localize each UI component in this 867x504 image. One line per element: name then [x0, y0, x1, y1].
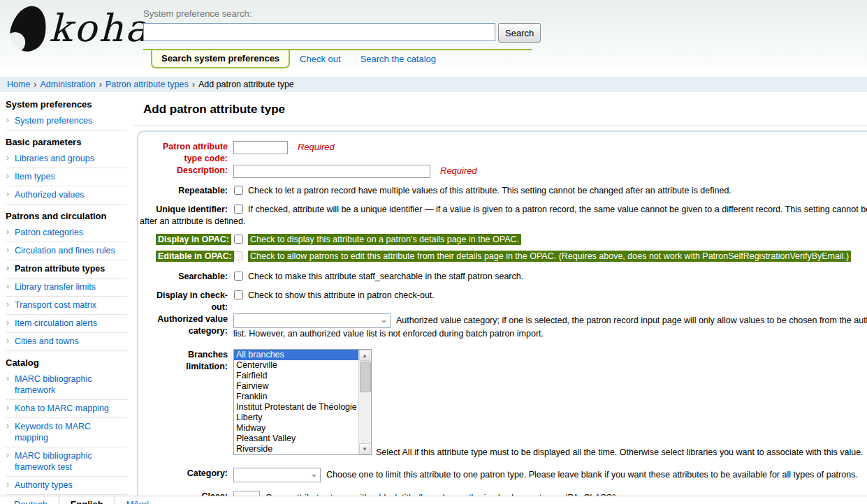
- category-select[interactable]: ⌄: [233, 468, 321, 482]
- row-display-in-opac: Display in OPAC: Check to display this a…: [140, 234, 867, 246]
- row-searchable: Searchable: Check to make this attribute…: [140, 271, 867, 283]
- language-deutsch[interactable]: Deutsch: [0, 496, 59, 504]
- branch-option[interactable]: Institut Protestant de Théologie: [234, 402, 359, 413]
- branches-limitation-hint: Select All if this attribute type must t…: [376, 447, 864, 457]
- display-in-checkout-checkbox[interactable]: [234, 290, 243, 299]
- branch-option[interactable]: Pleasant Valley: [234, 433, 359, 444]
- dropdown-arrow-icon: ⌄: [380, 313, 388, 325]
- sidebar-item-authorized-values[interactable]: Authorized values: [6, 186, 127, 205]
- row-repeatable: Repeatable: Check to let a patron record…: [140, 185, 867, 197]
- code-label: Patron attribute type code:: [163, 142, 228, 163]
- editable-in-opac-help-text: Check to allow patrons to edit this attr…: [248, 251, 851, 262]
- search-button[interactable]: Search: [498, 23, 541, 43]
- tab-check-out[interactable]: Check out: [290, 50, 351, 64]
- main-content: Add patron attribute type Patron attribu…: [133, 93, 867, 504]
- koha-logo: koha: [11, 6, 150, 52]
- scroll-up-icon[interactable]: ▲: [359, 350, 370, 361]
- branches-limitation-listbox[interactable]: All branches Centerville Fairfield Fairv…: [233, 349, 372, 455]
- sidebar-item-item-circulation-alerts[interactable]: Item circulation alerts: [6, 315, 127, 333]
- sidebar-item-transport-cost-matrix[interactable]: Transport cost matrix: [6, 297, 127, 315]
- search-label: System preference search:: [143, 8, 541, 19]
- sidebar-item-system-preferences[interactable]: System preferences: [6, 112, 127, 131]
- language-english-current: English: [59, 496, 115, 504]
- authorized-value-category-label: Authorized value category:: [157, 314, 228, 336]
- scrollbar-thumb[interactable]: [360, 362, 371, 392]
- sidebar-item-library-transfer-limits[interactable]: Library transfer limits: [6, 279, 127, 297]
- description-input[interactable]: [233, 165, 430, 178]
- dropdown-arrow-icon: ⌄: [310, 468, 318, 480]
- display-in-opac-label: Display in OPAC:: [156, 234, 231, 245]
- sidebar-heading-catalog: Catalog: [6, 351, 127, 371]
- sidebar-item-keywords-to-marc-mapping[interactable]: Keywords to MARC mapping: [6, 418, 127, 447]
- breadcrumb-separator: ›: [34, 80, 36, 89]
- row-category: Category: ⌄Choose one to limit this attr…: [140, 468, 867, 482]
- sidebar-item-libraries-and-groups[interactable]: Libraries and groups: [6, 150, 127, 168]
- breadcrumb-current: Add patron attribute type: [198, 80, 294, 89]
- admin-sidebar: System preferences System preferences Ba…: [0, 93, 127, 504]
- description-required-note: Required: [440, 165, 477, 176]
- branch-option[interactable]: Liberty: [234, 413, 359, 423]
- sidebar-heading-patrons-and-circulation: Patrons and circulation: [6, 205, 127, 224]
- sidebar-item-cities-and-towns[interactable]: Cities and towns: [6, 333, 127, 351]
- branch-option[interactable]: Fairview: [234, 381, 359, 392]
- attribute-type-form: Patron attribute type code: Required Des…: [137, 131, 867, 504]
- breadcrumb-separator: ›: [99, 80, 102, 89]
- branch-option[interactable]: Centerville: [234, 360, 359, 371]
- repeatable-checkbox[interactable]: [234, 186, 243, 195]
- sidebar-heading-system-preferences: System preferences: [6, 93, 127, 112]
- authorized-value-category-select[interactable]: ⌄: [233, 313, 391, 328]
- branch-option[interactable]: Fairfield: [234, 371, 359, 381]
- branches-limitation-label: Branches limitation:: [186, 350, 228, 371]
- tab-search-system-preferences[interactable]: Search system preferences: [151, 50, 290, 68]
- sidebar-item-item-types[interactable]: Item types: [6, 168, 127, 186]
- repeatable-help-text: Check to let a patron record have multip…: [248, 186, 731, 195]
- sidebar-item-koha-to-marc-mapping[interactable]: Koha to MARC mapping: [6, 400, 127, 418]
- listbox-scrollbar[interactable]: ▲ ▼: [358, 350, 371, 454]
- system-preference-search-input[interactable]: [143, 23, 495, 41]
- branch-option[interactable]: Midway: [234, 423, 359, 433]
- row-unique-identifier: Unique identifier: If checked, attribute…: [140, 204, 867, 228]
- category-label: Category:: [187, 468, 228, 478]
- header: koha System preference search: Search Se…: [0, 0, 867, 70]
- sidebar-heading-basic-parameters: Basic parameters: [6, 131, 127, 150]
- branch-option[interactable]: Riverside: [234, 444, 359, 454]
- row-editable-in-opac: Editable in OPAC: Check to allow patrons…: [140, 251, 867, 262]
- row-display-in-checkout: Display in check-out: Check to show this…: [140, 290, 867, 302]
- editable-in-opac-label: Editable in OPAC:: [156, 251, 234, 262]
- unique-identifier-checkbox[interactable]: [234, 205, 243, 214]
- sidebar-item-marc-bibliographic-framework-test[interactable]: MARC bibliographic framework test: [6, 447, 127, 477]
- editable-in-opac-checkbox: [234, 251, 243, 260]
- row-patron-attribute-type-code: Patron attribute type code: Required: [140, 141, 867, 154]
- display-in-checkout-label: Display in check-out:: [156, 290, 228, 312]
- scroll-down-icon[interactable]: ▼: [359, 443, 370, 454]
- koha-staff-page: koha System preference search: Search Se…: [0, 0, 867, 504]
- breadcrumb-patron-attribute-types[interactable]: Patron attribute types: [105, 80, 189, 89]
- code-input[interactable]: [233, 141, 288, 154]
- row-authorized-value-category: Authorized value category: ⌄Authorized v…: [140, 313, 867, 340]
- sidebar-item-circulation-and-fines-rules[interactable]: Circulation and fines rules: [6, 242, 127, 260]
- header-tabs: Search system preferences Check out Sear…: [143, 50, 446, 68]
- tab-search-the-catalog[interactable]: Search the catalog: [351, 50, 446, 64]
- searchable-help-text: Check to make this attribute staff_searc…: [248, 272, 523, 281]
- language-maori[interactable]: Māori: [115, 496, 161, 504]
- searchable-label: Searchable:: [178, 272, 228, 281]
- category-hint: Choose one to limit this attribute to on…: [326, 470, 858, 480]
- breadcrumb-home[interactable]: Home: [7, 80, 30, 89]
- title-rule: [133, 125, 867, 126]
- breadcrumb: Home›Administration›Patron attribute typ…: [0, 77, 867, 92]
- display-in-opac-checkbox[interactable]: [234, 235, 243, 244]
- breadcrumb-administration[interactable]: Administration: [41, 80, 96, 89]
- searchable-checkbox[interactable]: [234, 272, 243, 281]
- branch-option[interactable]: All branches: [234, 350, 359, 360]
- page-title: Add patron attribute type: [143, 103, 867, 117]
- sidebar-item-patron-categories[interactable]: Patron categories: [6, 224, 127, 242]
- unique-identifier-label: Unique identifier:: [156, 205, 228, 214]
- breadcrumb-separator: ›: [192, 80, 195, 89]
- branch-option[interactable]: Franklin: [234, 392, 359, 402]
- sidebar-item-marc-bibliographic-framework[interactable]: MARC bibliographic framework: [6, 371, 127, 400]
- branches-options: All branches Centerville Fairfield Fairv…: [234, 350, 359, 454]
- sidebar-item-authority-types[interactable]: Authority types: [6, 477, 127, 495]
- koha-koru-icon: [6, 2, 51, 55]
- row-description: Description: Required: [140, 165, 867, 178]
- sidebar-item-patron-attribute-types[interactable]: Patron attribute types: [6, 260, 127, 279]
